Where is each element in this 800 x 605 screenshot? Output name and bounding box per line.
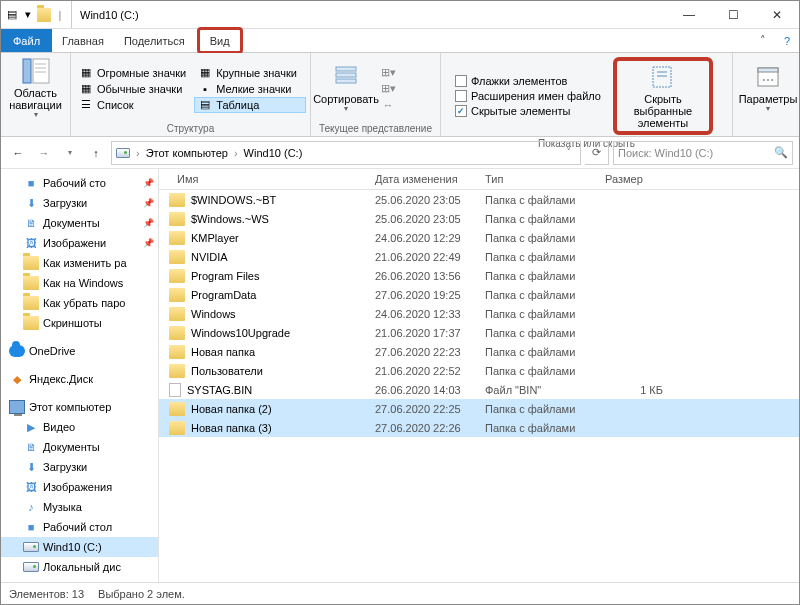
checkbox-hidden[interactable]: Скрытые элементы: [451, 104, 605, 118]
tree-drive[interactable]: Wind10 (C:): [1, 537, 158, 557]
table-row[interactable]: SYSTAG.BIN26.06.2020 14:03Файл "BIN"1 КБ: [159, 380, 799, 399]
file-date: 24.06.2020 12:33: [369, 308, 479, 320]
table-row[interactable]: NVIDIA21.06.2020 22:49Папка с файлами: [159, 247, 799, 266]
layout-small[interactable]: ▪Мелкие значки: [194, 81, 306, 97]
tree-music[interactable]: ♪Музыка: [1, 497, 158, 517]
table-row[interactable]: Новая папка (2)27.06.2020 22:25Папка с ф…: [159, 399, 799, 418]
file-name: NVIDIA: [191, 251, 228, 263]
tree-thispc[interactable]: Этот компьютер: [1, 397, 158, 417]
tree-pictures[interactable]: 🖼Изображени📌: [1, 233, 158, 253]
layout-huge[interactable]: ▦Огромные значки: [75, 65, 190, 81]
table-row[interactable]: Пользователи21.06.2020 22:52Папка с файл…: [159, 361, 799, 380]
layout-table[interactable]: ▤Таблица: [194, 97, 306, 113]
address-bar[interactable]: › Этот компьютер › Wind10 (C:) ˅: [111, 141, 581, 165]
file-name: Новая папка (2): [191, 403, 272, 415]
folder-icon: [169, 269, 185, 283]
table-row[interactable]: KMPlayer24.06.2020 12:29Папка с файлами: [159, 228, 799, 247]
ribbon-collapse-icon[interactable]: ˄: [751, 29, 775, 52]
table-row[interactable]: Windows10Upgrade21.06.2020 17:37Папка с …: [159, 323, 799, 342]
history-dropdown[interactable]: ▾: [59, 142, 81, 164]
address-bar-row: ← → ▾ ↑ › Этот компьютер › Wind10 (C:) ˅…: [1, 137, 799, 169]
column-name[interactable]: Имя: [159, 169, 369, 189]
checkbox-ext[interactable]: Расширения имен файло: [451, 89, 605, 103]
address-dropdown-icon[interactable]: ˅: [562, 146, 576, 160]
drive-icon: [23, 559, 39, 575]
tree-folder[interactable]: Как на Windows: [1, 273, 158, 293]
tree-yadisk[interactable]: ◆Яндекс.Диск: [1, 369, 158, 389]
tree-desktop[interactable]: ■Рабочий стол: [1, 517, 158, 537]
close-button[interactable]: ✕: [755, 1, 799, 29]
file-date: 25.06.2020 23:05: [369, 194, 479, 206]
tree-documents[interactable]: 🗎Документы: [1, 437, 158, 457]
chevron-right-icon[interactable]: ›: [134, 147, 142, 159]
chevron-right-icon[interactable]: ›: [232, 147, 240, 159]
tree-pictures[interactable]: 🖼Изображения: [1, 477, 158, 497]
options-button[interactable]: Параметры ▾: [737, 61, 799, 116]
properties-icon[interactable]: ▤: [5, 8, 19, 22]
add-column-icon[interactable]: ⊞▾: [381, 82, 395, 96]
tree-folder[interactable]: Скриншоты: [1, 313, 158, 333]
tab-file[interactable]: Файл: [1, 29, 52, 52]
file-type: Папка с файлами: [479, 365, 599, 377]
table-row[interactable]: Program Files26.06.2020 13:56Папка с фай…: [159, 266, 799, 285]
large-icon: ▦: [198, 66, 212, 80]
tab-view[interactable]: Вид: [197, 27, 243, 54]
file-name: ProgramData: [191, 289, 256, 301]
qat-chevron-icon[interactable]: |: [53, 8, 67, 22]
file-type: Папка с файлами: [479, 251, 599, 263]
column-size[interactable]: Размер: [599, 169, 669, 189]
toolbar-dropdown-icon[interactable]: ▾: [21, 8, 35, 22]
refresh-button[interactable]: ⟳: [585, 141, 609, 165]
layout-list[interactable]: ☰Список: [75, 97, 190, 113]
back-button[interactable]: ←: [7, 142, 29, 164]
checkbox-flags[interactable]: Флажки элементов: [451, 74, 605, 88]
column-date[interactable]: Дата изменения: [369, 169, 479, 189]
column-type[interactable]: Тип: [479, 169, 599, 189]
tree-downloads[interactable]: ⬇Загрузки: [1, 457, 158, 477]
chevron-down-icon: ▾: [34, 111, 38, 120]
tree-video[interactable]: ▶Видео: [1, 417, 158, 437]
navigation-tree[interactable]: ■Рабочий сто📌 ⬇Загрузки📌 🗎Документы📌 🖼Из…: [1, 169, 159, 582]
table-row[interactable]: $Windows.~WS25.06.2020 23:05Папка с файл…: [159, 209, 799, 228]
file-name: SYSTAG.BIN: [187, 384, 252, 396]
file-icon: [169, 383, 181, 397]
tree-documents[interactable]: 🗎Документы📌: [1, 213, 158, 233]
table-row[interactable]: $WINDOWS.~BT25.06.2020 23:05Папка с файл…: [159, 190, 799, 209]
file-type: Папка с файлами: [479, 270, 599, 282]
help-icon[interactable]: ?: [775, 29, 799, 52]
tree-onedrive[interactable]: OneDrive: [1, 341, 158, 361]
maximize-button[interactable]: ☐: [711, 1, 755, 29]
up-button[interactable]: ↑: [85, 142, 107, 164]
group-by-icon[interactable]: ⊞▾: [381, 66, 395, 80]
body: ■Рабочий сто📌 ⬇Загрузки📌 🗎Документы📌 🖼Из…: [1, 169, 799, 582]
table-row[interactable]: ProgramData27.06.2020 19:25Папка с файла…: [159, 285, 799, 304]
layout-normal[interactable]: ▦Обычные значки: [75, 81, 190, 97]
tree-downloads[interactable]: ⬇Загрузки📌: [1, 193, 158, 213]
crumb-drive[interactable]: Wind10 (C:): [244, 147, 303, 159]
file-type: Папка с файлами: [479, 327, 599, 339]
nav-pane-button[interactable]: Область навигации ▾: [5, 55, 66, 122]
tab-share[interactable]: Поделиться: [114, 29, 195, 52]
drive-icon: [23, 539, 39, 555]
tree-folder[interactable]: Как убрать паро: [1, 293, 158, 313]
table-icon: ▤: [198, 98, 212, 112]
minimize-button[interactable]: —: [667, 1, 711, 29]
search-box[interactable]: Поиск: Wind10 (C:) 🔍: [613, 141, 793, 165]
sort-button[interactable]: Сортировать ▾: [315, 61, 377, 116]
layout-large[interactable]: ▦Крупные значки: [194, 65, 306, 81]
crumb-pc[interactable]: Этот компьютер: [146, 147, 228, 159]
table-row[interactable]: Новая папка (3)27.06.2020 22:26Папка с ф…: [159, 418, 799, 437]
hide-selected-button[interactable]: Скрыть выбранные элементы: [613, 57, 713, 135]
tree-localdisk[interactable]: Локальный дис: [1, 557, 158, 577]
explorer-window: ▤ ▾ | Wind10 (C:) — ☐ ✕ Файл Главная Под…: [0, 0, 800, 605]
file-rows[interactable]: $WINDOWS.~BT25.06.2020 23:05Папка с файл…: [159, 190, 799, 582]
fit-columns-icon[interactable]: ↔: [381, 98, 395, 112]
forward-button[interactable]: →: [33, 142, 55, 164]
table-row[interactable]: Новая папка27.06.2020 22:23Папка с файла…: [159, 342, 799, 361]
table-row[interactable]: Windows24.06.2020 12:33Папка с файлами: [159, 304, 799, 323]
file-date: 26.06.2020 14:03: [369, 384, 479, 396]
file-type: Папка с файлами: [479, 346, 599, 358]
tab-home[interactable]: Главная: [52, 29, 114, 52]
tree-desktop[interactable]: ■Рабочий сто📌: [1, 173, 158, 193]
tree-folder[interactable]: Как изменить ра: [1, 253, 158, 273]
